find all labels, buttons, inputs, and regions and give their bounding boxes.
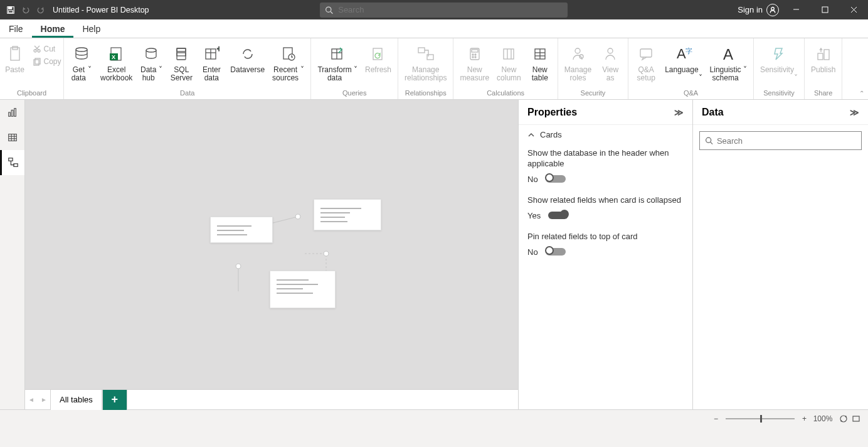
language-icon: A字 <box>674 43 693 65</box>
global-search[interactable] <box>320 3 568 18</box>
view-as-icon <box>602 43 618 65</box>
recent-sources-button[interactable]: Recent sources ˅ <box>268 41 308 89</box>
ribbon: Paste Cut Copy Clipboard Get data ˅ <box>0 38 868 100</box>
svg-point-51 <box>575 48 580 53</box>
data-view-button[interactable] <box>0 125 24 150</box>
svg-rect-61 <box>11 110 13 116</box>
dataverse-button[interactable]: Dataverse <box>226 41 268 89</box>
svg-point-71 <box>295 214 300 219</box>
collapse-ribbon-button[interactable]: ⌃ <box>859 90 864 97</box>
collapse-properties-button[interactable]: ≫ <box>674 107 684 117</box>
model-canvas[interactable] <box>25 100 518 389</box>
minimize-button[interactable] <box>781 0 810 19</box>
svg-point-18 <box>76 48 87 51</box>
excel-icon: X <box>109 43 125 65</box>
report-view-button[interactable] <box>0 100 24 125</box>
svg-point-53 <box>608 48 613 53</box>
table-icon <box>532 43 548 65</box>
menu-file[interactable]: File <box>0 19 32 38</box>
refresh-icon <box>370 43 386 65</box>
group-share-label: Share <box>814 89 832 99</box>
data-search[interactable] <box>699 131 862 150</box>
opt3-label: Pin related fields to top of card <box>527 232 684 242</box>
title-bar: Untitled - Power BI Desktop Sign in <box>0 0 868 19</box>
svg-rect-2 <box>9 10 13 13</box>
new-column-button: New column <box>493 41 525 89</box>
status-bar: − + 100% <box>0 409 868 427</box>
cards-section-header[interactable]: Cards <box>519 125 692 144</box>
properties-title: Properties <box>527 107 577 118</box>
sign-in-button[interactable]: Sign in <box>735 4 781 16</box>
group-sensitivity-label: Sensitivity <box>763 89 795 99</box>
svg-text:字: 字 <box>685 47 692 55</box>
opt2-toggle[interactable] <box>548 212 568 219</box>
data-hub-button[interactable]: Data hub ˅ <box>136 41 166 89</box>
sensitivity-icon <box>771 43 787 65</box>
model-view-button[interactable] <box>0 150 24 175</box>
svg-point-5 <box>771 7 775 10</box>
paste-button: Paste <box>0 41 30 89</box>
svg-rect-58 <box>818 53 823 60</box>
svg-rect-25 <box>177 53 186 56</box>
collapse-data-button[interactable]: ≫ <box>850 107 859 117</box>
opt2-label: Show related fields when card is collaps… <box>527 195 684 206</box>
new-table-button[interactable]: New table <box>525 41 555 89</box>
group-clipboard-label: Clipboard <box>17 89 46 99</box>
svg-rect-59 <box>824 50 829 60</box>
publish-icon <box>815 43 832 65</box>
linguistic-schema-button[interactable]: A Linguistic schema ˅ <box>706 41 751 89</box>
search-icon <box>705 136 713 145</box>
zoom-slider[interactable] <box>726 418 795 419</box>
undo-icon[interactable] <box>20 6 31 14</box>
zoom-level: 100% <box>810 414 835 423</box>
svg-point-22 <box>146 48 156 52</box>
svg-line-76 <box>711 142 712 144</box>
svg-rect-16 <box>34 60 39 65</box>
enter-data-button[interactable]: + Enter data <box>196 41 226 89</box>
add-tab-button[interactable]: + <box>102 390 127 410</box>
dataverse-icon <box>240 43 256 65</box>
language-button[interactable]: A字 Language˅ <box>661 41 706 89</box>
data-search-input[interactable] <box>717 136 856 146</box>
fit-to-page-button[interactable] <box>839 414 848 423</box>
transform-data-button[interactable]: Transform data ˅ <box>314 41 361 89</box>
maximize-button[interactable] <box>810 0 839 19</box>
opt2-value: Yes <box>527 211 541 220</box>
zoom-out-button[interactable]: − <box>714 414 718 423</box>
tab-all-tables[interactable]: All tables <box>50 390 102 410</box>
svg-rect-63 <box>8 134 16 141</box>
copy-icon <box>33 57 41 66</box>
fullscreen-button[interactable] <box>852 414 860 423</box>
paste-icon <box>8 43 23 65</box>
menu-help[interactable]: Help <box>73 19 109 38</box>
get-data-icon <box>73 43 90 65</box>
zoom-in-button[interactable]: + <box>802 414 807 423</box>
sensitivity-button: Sensitivity˅ <box>756 41 802 89</box>
excel-workbook-button[interactable]: X Excel workbook <box>97 41 136 89</box>
view-as-button: View as <box>595 41 625 89</box>
group-qa-label: Q&A <box>684 89 698 99</box>
opt3-toggle[interactable] <box>546 248 566 256</box>
opt1-toggle[interactable] <box>546 175 566 183</box>
menu-bar: File Home Help <box>0 19 868 38</box>
sql-server-button[interactable]: SQL Server <box>166 41 196 89</box>
column-icon <box>501 43 516 65</box>
global-search-input[interactable] <box>338 5 563 14</box>
recent-icon <box>280 43 297 65</box>
svg-rect-1 <box>9 6 12 9</box>
svg-point-41 <box>475 54 476 55</box>
manage-relationships-button: Manage relationships <box>401 41 450 89</box>
menu-home[interactable]: Home <box>32 19 74 38</box>
svg-rect-78 <box>853 416 859 421</box>
svg-point-75 <box>706 137 711 143</box>
redo-icon[interactable] <box>35 6 46 14</box>
svg-point-74 <box>324 251 329 256</box>
diagram-tabs: ◄ ► All tables + <box>25 389 518 409</box>
data-panel-title: Data <box>702 107 724 118</box>
publish-button: Publish <box>807 41 839 89</box>
opt1-label: Show the database in the header when app… <box>527 148 684 170</box>
get-data-button[interactable]: Get data ˅ <box>66 41 97 89</box>
save-icon[interactable] <box>5 6 16 14</box>
close-button[interactable] <box>839 0 868 19</box>
transform-icon <box>329 43 346 65</box>
